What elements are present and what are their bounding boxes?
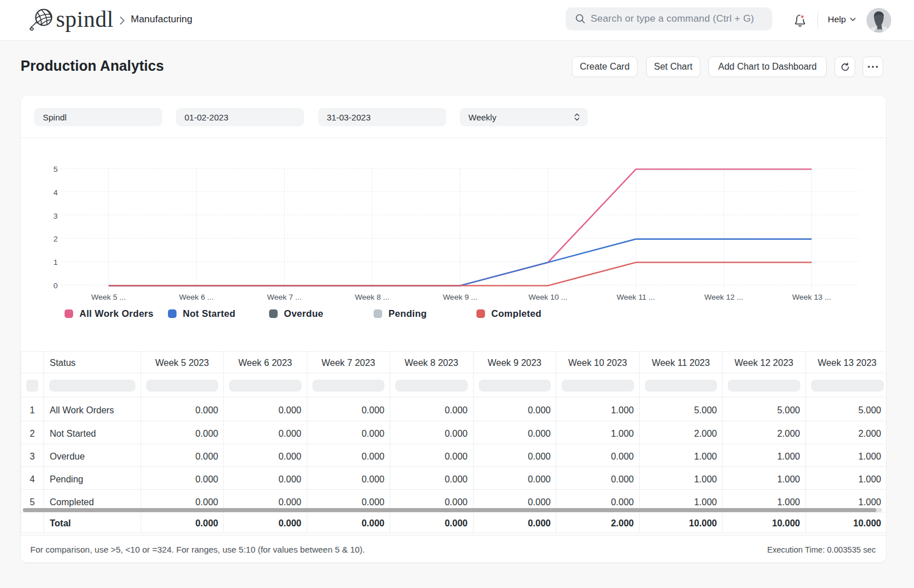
svg-text:Week 12 ...: Week 12 ...: [704, 293, 743, 301]
svg-text:3: 3: [53, 212, 58, 220]
svg-text:Week 13 ...: Week 13 ...: [792, 293, 831, 301]
svg-text:Week 9 ...: Week 9 ...: [443, 293, 478, 301]
svg-text:Week 10 ...: Week 10 ...: [528, 293, 567, 301]
svg-text:Week 11 ...: Week 11 ...: [617, 293, 655, 301]
svg-text:Week 7 ...: Week 7 ...: [267, 293, 302, 301]
svg-text:Week 6 ...: Week 6 ...: [179, 293, 214, 301]
svg-text:Week 5 ...: Week 5 ...: [91, 293, 126, 301]
svg-text:1: 1: [53, 258, 58, 267]
svg-text:4: 4: [53, 188, 58, 197]
svg-text:2: 2: [53, 235, 58, 243]
svg-text:5: 5: [53, 165, 58, 174]
svg-text:Week 8 ...: Week 8 ...: [355, 293, 390, 301]
svg-text:0: 0: [53, 281, 58, 290]
